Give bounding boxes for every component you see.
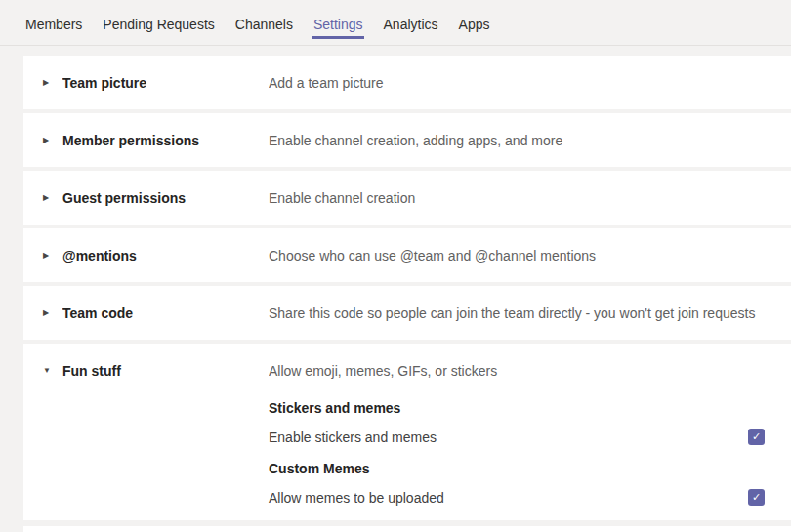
settings-list: ▶ Team picture Add a team picture ▶ Memb… [23, 56, 791, 520]
collapse-toggle-icon[interactable]: ▼ [23, 367, 62, 375]
settings-row-mentions: ▶ @mentions Choose who can use @team and… [23, 228, 791, 282]
tab-label: Apps [459, 17, 490, 32]
row-header[interactable]: ▶ Team code Share this code so people ca… [23, 286, 791, 340]
team-settings-page: Members Pending Requests Channels Settin… [0, 0, 791, 532]
row-title: Guest permissions [62, 190, 269, 206]
checkbox-enable-stickers-and-memes[interactable]: ✓ [748, 429, 765, 445]
tab-channels[interactable]: Channels [234, 0, 294, 39]
subsection-heading: Custom Memes [269, 459, 765, 478]
checkmark-icon: ✓ [752, 492, 761, 503]
tab-bar: Members Pending Requests Channels Settin… [0, 0, 791, 46]
settings-row-partial [23, 526, 791, 532]
row-description: Add a team picture [269, 75, 791, 91]
row-header[interactable]: ▶ @mentions Choose who can use @team and… [23, 228, 791, 282]
settings-row-fun-stuff: ▼ Fun stuff Allow emoji, memes, GIFs, or… [23, 344, 791, 520]
subsection: Stickers and memes Enable stickers and m… [269, 398, 765, 445]
tab-apps[interactable]: Apps [458, 0, 491, 39]
tab-label: Analytics [384, 17, 438, 32]
checkbox-allow-memes-to-be-uploaded[interactable]: ✓ [748, 489, 765, 506]
expand-toggle-icon[interactable]: ▶ [23, 309, 62, 317]
row-description: Choose who can use @team and @channel me… [269, 248, 791, 264]
settings-row-member-permissions: ▶ Member permissions Enable channel crea… [23, 113, 791, 167]
row-title: Team picture [62, 75, 269, 91]
tab-settings[interactable]: Settings [312, 0, 364, 39]
tab-label: Settings [313, 17, 363, 32]
row-description: Allow emoji, memes, GIFs, or stickers [269, 363, 791, 379]
row-title: Fun stuff [62, 363, 269, 379]
settings-row-guest-permissions: ▶ Guest permissions Enable channel creat… [23, 171, 791, 225]
option-row: Allow memes to be uploaded ✓ [269, 489, 765, 506]
tab-label: Members [25, 17, 82, 32]
checkmark-icon: ✓ [752, 431, 761, 442]
row-header[interactable]: ▼ Fun stuff Allow emoji, memes, GIFs, or… [23, 344, 791, 397]
expand-toggle-icon[interactable]: ▶ [23, 79, 62, 87]
row-header[interactable]: ▶ Guest permissions Enable channel creat… [23, 171, 791, 225]
row-subsections: Stickers and memes Enable stickers and m… [23, 397, 791, 520]
subsection: Custom Memes Allow memes to be uploaded … [269, 459, 765, 506]
tab-label: Pending Requests [103, 17, 214, 32]
row-description: Share this code so people can join the t… [269, 306, 791, 321]
row-title: Member permissions [62, 133, 269, 148]
expand-toggle-icon[interactable]: ▶ [23, 137, 62, 144]
option-label: Enable stickers and memes [269, 430, 437, 445]
row-header[interactable]: ▶ Member permissions Enable channel crea… [23, 113, 791, 167]
row-title: Team code [62, 306, 269, 321]
tab-label: Channels [235, 17, 293, 32]
row-description: Enable channel creation, adding apps, an… [269, 133, 791, 148]
tab-analytics[interactable]: Analytics [383, 0, 439, 39]
row-header[interactable]: ▶ Team picture Add a team picture [23, 56, 791, 109]
expand-toggle-icon[interactable]: ▶ [23, 252, 62, 260]
subsection-heading: Stickers and memes [269, 398, 765, 418]
row-description: Enable channel creation [269, 190, 791, 206]
expand-toggle-icon[interactable]: ▶ [23, 194, 62, 202]
option-row: Enable stickers and memes ✓ [269, 429, 765, 445]
row-title: @mentions [62, 248, 269, 264]
tab-members[interactable]: Members [24, 0, 83, 39]
settings-row-team-picture: ▶ Team picture Add a team picture [23, 56, 791, 109]
option-label: Allow memes to be uploaded [269, 490, 444, 506]
settings-row-team-code: ▶ Team code Share this code so people ca… [23, 286, 791, 340]
tab-pending-requests[interactable]: Pending Requests [102, 0, 215, 39]
